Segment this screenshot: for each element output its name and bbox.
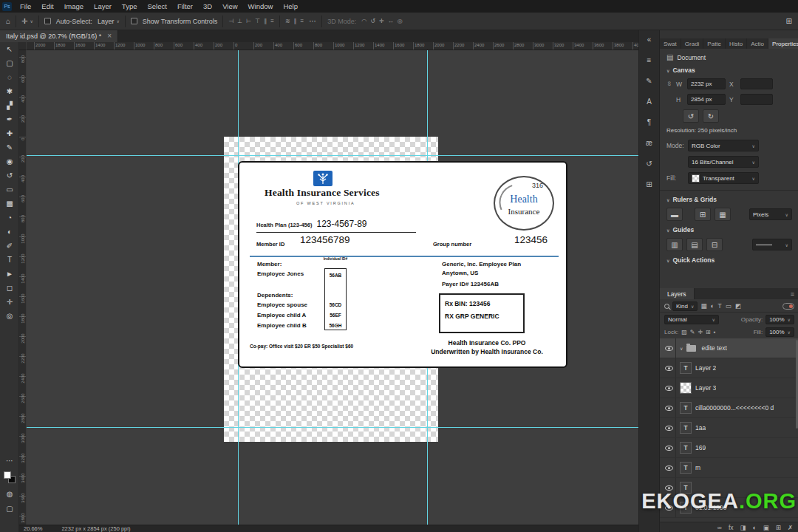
toggle-grid-button[interactable]: ⊞ (695, 208, 711, 221)
add-layer-mask-icon[interactable]: ◨ (740, 524, 746, 531)
filter-shape-layers-icon[interactable]: ▭ (726, 302, 732, 310)
clone-stamp-tool[interactable]: ◉ (0, 154, 19, 168)
layers-panel-menu-icon[interactable]: ≡ (791, 288, 798, 299)
home-icon[interactable]: ⌂ (6, 17, 10, 25)
crop-tool[interactable]: ▞ (0, 98, 19, 112)
brush-settings-panel-icon[interactable]: ✎ (643, 75, 656, 86)
layer-row[interactable]: TLayer 2 (660, 358, 798, 378)
blur-tool[interactable]: ◔ (0, 211, 19, 225)
type-tool[interactable]: T (0, 253, 19, 267)
panel-tab-gradi[interactable]: Gradi (681, 38, 704, 49)
adjustment-layer-icon[interactable]: ◐ (753, 524, 757, 531)
link-dimensions-icon[interactable]: ∞ (666, 81, 673, 87)
color-swatches[interactable] (4, 471, 16, 483)
toggle-rulers-button[interactable]: ▬ (666, 208, 683, 221)
menu-window[interactable]: Window (243, 0, 279, 13)
guide-horizontal-2[interactable] (27, 427, 638, 428)
menu-edit[interactable]: Edit (36, 0, 58, 13)
layer-row[interactable]: ∨edite text (660, 338, 798, 358)
menu-3d[interactable]: 3D (198, 0, 217, 13)
layer-row[interactable]: Layer 3 (660, 378, 798, 398)
delete-layer-icon[interactable]: ✗ (788, 524, 793, 531)
filter-adjustment-layers-icon[interactable]: ◐ (710, 302, 714, 310)
panel-tab-swat[interactable]: Swat (660, 38, 681, 49)
zoom-tool[interactable]: ◎ (0, 309, 19, 323)
move-tool[interactable]: ↖ (0, 42, 19, 56)
new-group-icon[interactable]: ▣ (763, 524, 769, 531)
align-left-edges-icon[interactable]: ⊣ (228, 18, 233, 24)
toggle-guides-button[interactable]: ▥ (666, 238, 683, 251)
pen-tool[interactable]: ✐ (0, 239, 19, 253)
rotate-canvas-left-button[interactable]: ↺ (683, 109, 699, 123)
layer-visibility-toggle[interactable] (663, 438, 676, 457)
show-transform-checkbox[interactable] (131, 18, 137, 24)
layer-row[interactable]: Tcilla0000000...<<<<<<<<0 d (660, 398, 798, 418)
lock-guides-button[interactable]: ▤ (686, 238, 703, 251)
group-expand-icon[interactable]: ∨ (680, 346, 683, 351)
rulers-grids-section-label[interactable]: Rulers & Grids (672, 196, 717, 203)
distribute-spacing-icon[interactable]: ≡ (301, 18, 304, 24)
layer-row[interactable]: Tm (660, 458, 798, 478)
height-input[interactable]: 2854 px (687, 94, 726, 105)
dodge-tool[interactable]: ◐ (0, 225, 19, 239)
align-right-edges-icon[interactable]: ⊢ (246, 18, 251, 24)
layer-visibility-toggle[interactable] (663, 458, 676, 477)
lock-transparency-icon[interactable]: ▨ (681, 329, 687, 335)
auto-select-target-dropdown[interactable]: Layer∨ (98, 18, 120, 25)
align-bottom-edges-icon[interactable]: ≡ (270, 18, 274, 24)
libraries-panel-icon[interactable]: ⊞ (643, 178, 656, 190)
lasso-tool[interactable]: ◌ (0, 70, 19, 84)
character-panel-icon[interactable]: A (643, 95, 656, 107)
foreground-color-swatch[interactable] (4, 471, 11, 479)
canvas-fill-dropdown[interactable]: Transparent∨ (688, 172, 759, 184)
healing-brush-tool[interactable]: ✚ (0, 126, 19, 140)
text-layer-thumbnail[interactable]: T (680, 442, 692, 454)
eyedropper-tool[interactable]: ✒ (0, 112, 19, 126)
eraser-tool[interactable]: ▭ (0, 183, 19, 197)
workspace-switcher-icon[interactable]: ⊞ (786, 17, 792, 25)
align-vertical-centers-icon[interactable]: ∥ (264, 18, 267, 24)
layer-filter-kind-dropdown[interactable]: Kind∨ (672, 301, 698, 311)
menu-filter[interactable]: Filter (172, 0, 198, 13)
marquee-tool[interactable]: ▢ (0, 56, 19, 70)
clear-guides-button[interactable]: ⊟ (706, 238, 723, 251)
menu-help[interactable]: Help (278, 0, 303, 13)
menu-file[interactable]: File (15, 0, 36, 13)
auto-select-checkbox[interactable] (44, 18, 51, 24)
adjustments-panel-icon[interactable]: ≡ (643, 54, 656, 66)
current-tool-icon[interactable]: ✛∨ (21, 17, 33, 25)
ruler-units-dropdown[interactable]: Pixels∨ (749, 208, 792, 220)
menu-layer[interactable]: Layer (89, 0, 117, 13)
quick-selection-tool[interactable]: ✱ (0, 84, 19, 98)
lock-artboard-icon[interactable]: ⊞ (706, 329, 711, 335)
text-layer-thumbnail[interactable]: T (680, 462, 692, 474)
insurance-card[interactable]: Health Insurance Services OF WEST VIRGIN… (238, 161, 567, 368)
hand-tool[interactable]: ✛ (0, 295, 19, 309)
color-mode-dropdown[interactable]: RGB Color∨ (688, 140, 759, 151)
layer-visibility-toggle[interactable] (663, 418, 676, 437)
blend-mode-dropdown[interactable]: Normal∨ (664, 315, 719, 324)
layer-effects-icon[interactable]: fx (729, 524, 734, 531)
x-input[interactable] (740, 78, 773, 89)
layers-tab[interactable]: Layers (660, 288, 695, 299)
tab-close-icon[interactable]: × (107, 33, 112, 40)
layer-filtering-toggle[interactable] (782, 303, 794, 310)
collapse-panels-icon[interactable]: « (643, 33, 656, 45)
canvas-area[interactable]: Health Insurance Services OF WEST VIRGIN… (27, 50, 638, 525)
panel-tab-patte[interactable]: Patte (703, 38, 726, 49)
menu-view[interactable]: View (217, 0, 242, 13)
guides-section-label[interactable]: Guides (672, 226, 694, 233)
grid-settings-button[interactable]: ▦ (715, 208, 731, 221)
text-layer-thumbnail[interactable]: T (680, 362, 692, 374)
filter-type-layers-icon[interactable]: T (718, 302, 722, 310)
lock-position-icon[interactable]: ✛ (698, 329, 703, 335)
text-layer-thumbnail[interactable]: T (680, 402, 692, 414)
history-brush-tool[interactable]: ↺ (0, 168, 19, 183)
width-input[interactable]: 2232 px (687, 78, 726, 89)
layer-thumbnail[interactable] (680, 382, 692, 394)
horizontal-ruler[interactable]: 2000180016001400120010008006004002000200… (27, 42, 638, 50)
shape-tool[interactable]: ◻ (0, 281, 19, 295)
align-horizontal-centers-icon[interactable]: ⊥ (237, 18, 242, 24)
zoom-level[interactable]: 20.66% (24, 525, 42, 532)
canvas-section-label[interactable]: Canvas (672, 66, 695, 74)
